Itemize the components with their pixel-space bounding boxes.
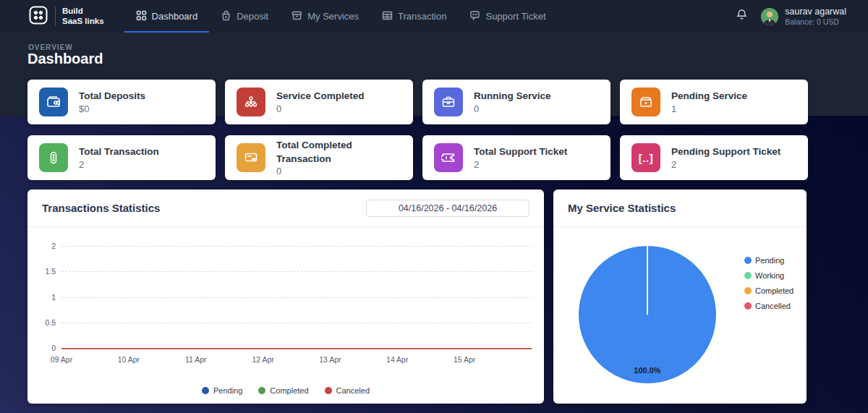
nav-label: Transaction: [398, 11, 446, 22]
nav-item-my-services[interactable]: My Services: [280, 0, 370, 33]
legend-dot-icon: [258, 387, 265, 394]
user-balance: Balance: 0 USD: [785, 17, 846, 26]
traffic-pill-icon: [39, 143, 68, 172]
service-statistics-panel: My Service Statistics 100.0% PendingWork…: [553, 190, 807, 404]
stat-value: 2: [79, 159, 159, 170]
deposit-bag-icon: [221, 10, 231, 23]
pie-data-label: 100.0%: [579, 366, 716, 375]
stat-card-total-deposits[interactable]: Total Deposits $0: [27, 80, 216, 124]
pie-legend-item-completed[interactable]: Completed: [744, 286, 793, 295]
legend-label: Cancelled: [755, 302, 791, 310]
top-navbar: Build SaaS links Dashboard Deposit: [0, 0, 868, 33]
nav-label: Deposit: [237, 11, 268, 22]
x-axis-tick: 12 Apr: [252, 355, 273, 364]
stat-value: 2: [474, 159, 567, 170]
credit-card-icon: [237, 143, 265, 172]
pie-legend-item-working[interactable]: Working: [744, 271, 793, 280]
gridline: [61, 323, 532, 323]
transactions-statistics-panel: Transactions Statistics 21.510.5009 Apr1…: [27, 190, 544, 404]
legend-dot-icon: [744, 287, 752, 294]
stat-label: Total Completed Transaction: [276, 139, 401, 165]
stat-card-pending-support-ticket[interactable]: [..] Pending Support Ticket 2: [620, 135, 808, 180]
briefcase-icon: [434, 88, 463, 116]
user-name: saurav agarwal: [785, 7, 846, 18]
nav-item-transaction[interactable]: Transaction: [370, 0, 458, 33]
stat-value: 0: [474, 103, 551, 114]
legend-label: Canceled: [336, 386, 370, 395]
pie-legend: PendingWorkingCompletedCancelled: [744, 256, 793, 310]
stat-label: Running Service: [474, 90, 551, 103]
pie-chart[interactable]: 100.0%: [579, 246, 716, 383]
support-chat-icon: [469, 10, 480, 23]
legend-dot-icon: [744, 272, 752, 279]
stat-value: $0: [79, 103, 145, 114]
y-axis-tick: 2: [30, 242, 56, 250]
ticket-icon: [434, 143, 463, 172]
service-panel-title: My Service Statistics: [568, 202, 676, 214]
brand-name: Build SaaS links: [55, 7, 104, 25]
gridline: [61, 297, 532, 298]
nav-label: Support Ticket: [485, 11, 545, 22]
legend-dot-icon: [744, 257, 752, 264]
x-axis-tick: 09 Apr: [51, 355, 72, 364]
pie-legend-item-pending[interactable]: Pending: [744, 256, 793, 265]
stat-card-service-completed[interactable]: Service Completed 0: [225, 80, 413, 124]
nav-label: Dashboard: [152, 11, 198, 22]
y-axis-tick: 0.5: [30, 318, 56, 327]
wallet-icon: [39, 88, 68, 116]
gridline: [61, 246, 532, 247]
stat-value: 2: [671, 159, 780, 170]
notification-bell-icon[interactable]: [736, 9, 748, 24]
avatar: [761, 8, 778, 25]
stat-value: 0: [276, 166, 401, 176]
main-nav: Dashboard Deposit My Services: [124, 0, 558, 33]
legend-label: Completed: [270, 386, 308, 395]
y-axis-tick: 0: [30, 344, 56, 352]
gridline: [61, 271, 532, 272]
user-menu[interactable]: saurav agarwal Balance: 0 USD: [761, 7, 846, 27]
stat-card-total-completed-transaction[interactable]: Total Completed Transaction 0: [225, 135, 413, 180]
y-axis-tick: 1: [30, 293, 56, 302]
services-box-icon: [292, 10, 302, 23]
legend-dot-icon: [325, 387, 332, 394]
legend-item-pending[interactable]: Pending: [202, 386, 242, 395]
flat-series-line-at-zero: [61, 348, 532, 349]
pie-legend-item-cancelled[interactable]: Cancelled: [744, 302, 793, 310]
x-axis-tick: 14 Apr: [386, 355, 408, 364]
transactions-panel-title: Transactions Statistics: [42, 202, 160, 214]
stat-card-total-transaction[interactable]: Total Transaction 2: [27, 135, 216, 180]
nav-item-dashboard[interactable]: Dashboard: [124, 0, 210, 33]
legend-dot-icon: [202, 387, 209, 394]
archive-box-icon: [631, 88, 660, 116]
stat-label: Pending Service: [671, 90, 747, 103]
nav-item-deposit[interactable]: Deposit: [209, 0, 280, 33]
stat-value: 0: [276, 103, 365, 114]
brand-logo-icon: [29, 6, 48, 27]
page-title: Dashboard: [27, 51, 103, 67]
dashboard-grid-icon: [136, 10, 147, 23]
legend-item-canceled[interactable]: Canceled: [325, 386, 370, 395]
nav-item-support-ticket[interactable]: Support Ticket: [458, 0, 557, 33]
x-axis-tick: 11 Apr: [185, 355, 207, 364]
stat-value: 1: [671, 103, 747, 114]
stat-card-total-support-ticket[interactable]: Total Support Ticket 2: [422, 135, 610, 180]
brand-logo[interactable]: Build SaaS links: [29, 6, 104, 27]
legend-label: Pending: [755, 256, 784, 265]
x-axis-tick: 15 Apr: [454, 355, 475, 364]
x-axis-tick: 13 Apr: [319, 355, 341, 364]
stat-label: Total Deposits: [79, 90, 145, 103]
stat-label: Total Support Ticket: [474, 145, 567, 158]
legend-label: Completed: [755, 286, 793, 295]
x-axis-tick: 10 Apr: [118, 355, 140, 364]
stat-card-pending-service[interactable]: Pending Service 1: [620, 80, 808, 124]
date-range-input[interactable]: [366, 200, 529, 217]
legend-item-completed[interactable]: Completed: [258, 386, 308, 395]
pie-slice-border: [647, 246, 648, 315]
nav-label: My Services: [307, 11, 359, 22]
line-chart-plot: 21.510.5009 Apr10 Apr11 Apr12 Apr13 Apr1…: [61, 246, 532, 348]
stat-label: Service Completed: [276, 90, 365, 103]
stat-label: Pending Support Ticket: [671, 145, 780, 158]
stats-grid: Total Deposits $0 Service Completed 0 Ru…: [27, 80, 808, 180]
stat-card-running-service[interactable]: Running Service 0: [422, 80, 610, 124]
stat-label: Total Transaction: [79, 145, 159, 158]
